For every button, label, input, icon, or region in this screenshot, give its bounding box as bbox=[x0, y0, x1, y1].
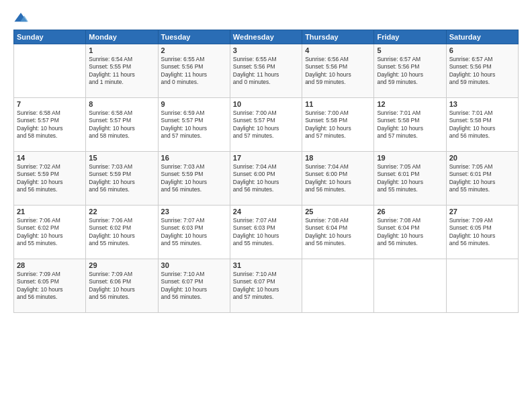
calendar-cell: 18Sunrise: 7:04 AM Sunset: 6:00 PM Dayli… bbox=[302, 152, 374, 205]
cell-content: Sunrise: 7:01 AM Sunset: 5:58 PM Dayligh… bbox=[377, 109, 443, 140]
calendar-cell: 17Sunrise: 7:04 AM Sunset: 6:00 PM Dayli… bbox=[230, 152, 302, 205]
calendar-cell: 25Sunrise: 7:08 AM Sunset: 6:04 PM Dayli… bbox=[302, 205, 374, 259]
header-cell: Sunday bbox=[14, 30, 86, 44]
calendar-cell: 16Sunrise: 7:03 AM Sunset: 5:59 PM Dayli… bbox=[158, 152, 230, 205]
day-number: 6 bbox=[449, 46, 515, 54]
day-number: 12 bbox=[377, 100, 443, 108]
calendar-cell bbox=[374, 259, 446, 313]
calendar-body: 1Sunrise: 6:54 AM Sunset: 5:55 PM Daylig… bbox=[14, 44, 519, 313]
cell-content: Sunrise: 7:09 AM Sunset: 6:06 PM Dayligh… bbox=[89, 271, 154, 302]
calendar-cell: 9Sunrise: 6:59 AM Sunset: 5:57 PM Daylig… bbox=[158, 98, 230, 152]
day-number: 25 bbox=[305, 208, 371, 216]
day-number: 17 bbox=[233, 154, 299, 162]
calendar-table: SundayMondayTuesdayWednesdayThursdayFrid… bbox=[13, 30, 519, 313]
cell-content: Sunrise: 7:08 AM Sunset: 6:04 PM Dayligh… bbox=[305, 217, 371, 248]
calendar-header: SundayMondayTuesdayWednesdayThursdayFrid… bbox=[14, 30, 519, 44]
day-number: 13 bbox=[449, 100, 515, 108]
cell-content: Sunrise: 7:04 AM Sunset: 6:00 PM Dayligh… bbox=[233, 163, 299, 194]
day-number: 29 bbox=[89, 261, 154, 269]
logo-icon bbox=[13, 11, 28, 26]
cell-content: Sunrise: 7:10 AM Sunset: 6:07 PM Dayligh… bbox=[161, 271, 227, 302]
day-number: 2 bbox=[161, 46, 227, 54]
header-cell: Thursday bbox=[302, 30, 374, 44]
calendar-cell: 5Sunrise: 6:57 AM Sunset: 5:56 PM Daylig… bbox=[374, 44, 446, 98]
calendar-week-row: 14Sunrise: 7:02 AM Sunset: 5:59 PM Dayli… bbox=[14, 152, 519, 205]
day-number: 31 bbox=[233, 261, 299, 269]
calendar-cell: 1Sunrise: 6:54 AM Sunset: 5:55 PM Daylig… bbox=[86, 44, 158, 98]
cell-content: Sunrise: 7:07 AM Sunset: 6:03 PM Dayligh… bbox=[233, 217, 299, 248]
cell-content: Sunrise: 6:57 AM Sunset: 5:56 PM Dayligh… bbox=[377, 56, 443, 87]
day-number: 20 bbox=[449, 154, 515, 162]
calendar-cell: 20Sunrise: 7:05 AM Sunset: 6:01 PM Dayli… bbox=[446, 152, 518, 205]
cell-content: Sunrise: 7:09 AM Sunset: 6:05 PM Dayligh… bbox=[17, 271, 83, 302]
day-number: 14 bbox=[17, 154, 83, 162]
cell-content: Sunrise: 7:05 AM Sunset: 6:01 PM Dayligh… bbox=[377, 163, 443, 194]
day-number: 8 bbox=[89, 100, 154, 108]
header-cell: Saturday bbox=[446, 30, 518, 44]
day-number: 9 bbox=[161, 100, 227, 108]
cell-content: Sunrise: 7:01 AM Sunset: 5:58 PM Dayligh… bbox=[449, 109, 515, 140]
calendar-cell bbox=[14, 44, 86, 98]
cell-content: Sunrise: 7:05 AM Sunset: 6:01 PM Dayligh… bbox=[449, 163, 515, 194]
cell-content: Sunrise: 6:54 AM Sunset: 5:55 PM Dayligh… bbox=[89, 56, 154, 87]
calendar-cell: 8Sunrise: 6:58 AM Sunset: 5:57 PM Daylig… bbox=[86, 98, 158, 152]
header bbox=[13, 11, 519, 26]
cell-content: Sunrise: 7:02 AM Sunset: 5:59 PM Dayligh… bbox=[17, 163, 83, 194]
calendar-cell: 4Sunrise: 6:56 AM Sunset: 5:56 PM Daylig… bbox=[302, 44, 374, 98]
calendar-cell: 27Sunrise: 7:09 AM Sunset: 6:05 PM Dayli… bbox=[446, 205, 518, 259]
calendar-cell bbox=[302, 259, 374, 313]
day-number: 22 bbox=[89, 208, 154, 216]
calendar-week-row: 28Sunrise: 7:09 AM Sunset: 6:05 PM Dayli… bbox=[14, 259, 519, 313]
day-number: 11 bbox=[305, 100, 371, 108]
day-number: 10 bbox=[233, 100, 299, 108]
day-number: 1 bbox=[89, 46, 154, 54]
day-number: 28 bbox=[17, 261, 83, 269]
calendar-cell: 22Sunrise: 7:06 AM Sunset: 6:02 PM Dayli… bbox=[86, 205, 158, 259]
calendar-week-row: 1Sunrise: 6:54 AM Sunset: 5:55 PM Daylig… bbox=[14, 44, 519, 98]
day-number: 5 bbox=[377, 46, 443, 54]
calendar-cell: 12Sunrise: 7:01 AM Sunset: 5:58 PM Dayli… bbox=[374, 98, 446, 152]
cell-content: Sunrise: 7:00 AM Sunset: 5:57 PM Dayligh… bbox=[233, 109, 299, 140]
cell-content: Sunrise: 6:58 AM Sunset: 5:57 PM Dayligh… bbox=[89, 109, 154, 140]
calendar-cell: 15Sunrise: 7:03 AM Sunset: 5:59 PM Dayli… bbox=[86, 152, 158, 205]
cell-content: Sunrise: 7:06 AM Sunset: 6:02 PM Dayligh… bbox=[89, 217, 154, 248]
cell-content: Sunrise: 7:06 AM Sunset: 6:02 PM Dayligh… bbox=[17, 217, 83, 248]
day-number: 23 bbox=[161, 208, 227, 216]
calendar-cell: 19Sunrise: 7:05 AM Sunset: 6:01 PM Dayli… bbox=[374, 152, 446, 205]
day-number: 16 bbox=[161, 154, 227, 162]
cell-content: Sunrise: 7:10 AM Sunset: 6:07 PM Dayligh… bbox=[233, 271, 299, 302]
cell-content: Sunrise: 7:00 AM Sunset: 5:58 PM Dayligh… bbox=[305, 109, 371, 140]
cell-content: Sunrise: 7:07 AM Sunset: 6:03 PM Dayligh… bbox=[161, 217, 227, 248]
day-number: 4 bbox=[305, 46, 371, 54]
calendar-page: SundayMondayTuesdayWednesdayThursdayFrid… bbox=[0, 0, 532, 411]
calendar-cell: 26Sunrise: 7:08 AM Sunset: 6:04 PM Dayli… bbox=[374, 205, 446, 259]
day-number: 30 bbox=[161, 261, 227, 269]
calendar-cell: 13Sunrise: 7:01 AM Sunset: 5:58 PM Dayli… bbox=[446, 98, 518, 152]
cell-content: Sunrise: 7:04 AM Sunset: 6:00 PM Dayligh… bbox=[305, 163, 371, 194]
calendar-cell: 30Sunrise: 7:10 AM Sunset: 6:07 PM Dayli… bbox=[158, 259, 230, 313]
header-cell: Wednesday bbox=[230, 30, 302, 44]
day-number: 3 bbox=[233, 46, 299, 54]
cell-content: Sunrise: 6:55 AM Sunset: 5:56 PM Dayligh… bbox=[233, 56, 299, 87]
calendar-cell: 21Sunrise: 7:06 AM Sunset: 6:02 PM Dayli… bbox=[14, 205, 86, 259]
day-number: 15 bbox=[89, 154, 154, 162]
calendar-cell: 10Sunrise: 7:00 AM Sunset: 5:57 PM Dayli… bbox=[230, 98, 302, 152]
calendar-cell: 11Sunrise: 7:00 AM Sunset: 5:58 PM Dayli… bbox=[302, 98, 374, 152]
calendar-cell: 2Sunrise: 6:55 AM Sunset: 5:56 PM Daylig… bbox=[158, 44, 230, 98]
calendar-cell: 29Sunrise: 7:09 AM Sunset: 6:06 PM Dayli… bbox=[86, 259, 158, 313]
calendar-cell: 3Sunrise: 6:55 AM Sunset: 5:56 PM Daylig… bbox=[230, 44, 302, 98]
header-cell: Monday bbox=[86, 30, 158, 44]
calendar-cell: 28Sunrise: 7:09 AM Sunset: 6:05 PM Dayli… bbox=[14, 259, 86, 313]
cell-content: Sunrise: 6:58 AM Sunset: 5:57 PM Dayligh… bbox=[17, 109, 83, 140]
day-number: 26 bbox=[377, 208, 443, 216]
calendar-cell: 24Sunrise: 7:07 AM Sunset: 6:03 PM Dayli… bbox=[230, 205, 302, 259]
cell-content: Sunrise: 6:55 AM Sunset: 5:56 PM Dayligh… bbox=[161, 56, 227, 87]
header-cell: Friday bbox=[374, 30, 446, 44]
header-cell: Tuesday bbox=[158, 30, 230, 44]
day-number: 18 bbox=[305, 154, 371, 162]
calendar-cell: 14Sunrise: 7:02 AM Sunset: 5:59 PM Dayli… bbox=[14, 152, 86, 205]
cell-content: Sunrise: 6:59 AM Sunset: 5:57 PM Dayligh… bbox=[161, 109, 227, 140]
day-number: 27 bbox=[449, 208, 515, 216]
day-number: 21 bbox=[17, 208, 83, 216]
cell-content: Sunrise: 6:56 AM Sunset: 5:56 PM Dayligh… bbox=[305, 56, 371, 87]
